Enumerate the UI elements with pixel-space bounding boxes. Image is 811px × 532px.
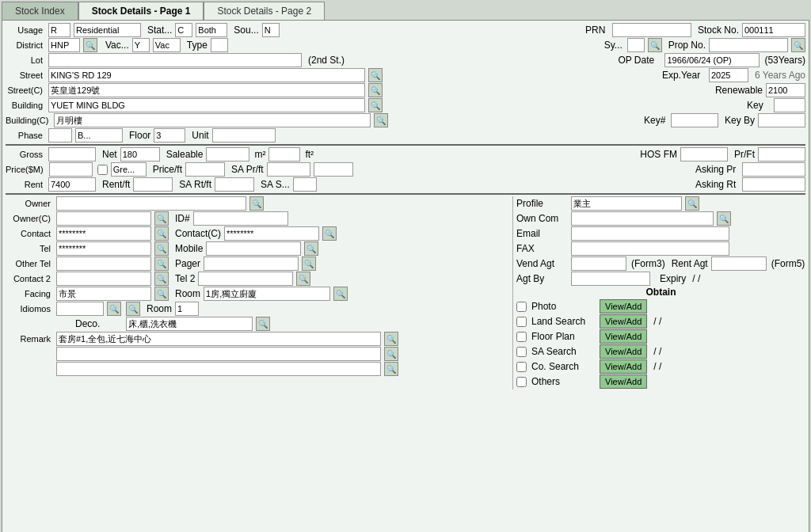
id-hash-input[interactable] xyxy=(193,211,288,226)
land-search-view-add-btn[interactable]: View/Add xyxy=(600,314,647,329)
others-view-add-btn[interactable]: View/Add xyxy=(600,374,647,389)
land-search-checkbox[interactable] xyxy=(516,317,527,327)
tel2-input[interactable] xyxy=(198,272,293,286)
street-search-btn[interactable]: 🔍 xyxy=(368,68,383,82)
building-c-search-btn[interactable]: 🔍 xyxy=(374,113,388,127)
owner-input[interactable] xyxy=(56,196,246,211)
contact-input[interactable] xyxy=(56,226,151,241)
remark2-search-btn[interactable]: 🔍 xyxy=(384,347,398,361)
hos-fm-input[interactable] xyxy=(680,147,728,162)
district-input[interactable] xyxy=(48,38,80,52)
idiomos-search2-btn[interactable]: 🔍 xyxy=(126,302,140,316)
email-input[interactable] xyxy=(571,226,729,241)
pager-search-btn[interactable]: 🔍 xyxy=(302,256,316,271)
stat-input[interactable] xyxy=(175,23,192,37)
co-search-view-add-btn[interactable]: View/Add xyxy=(600,359,647,374)
prop-no-input[interactable] xyxy=(709,38,788,52)
rent-ft-input[interactable] xyxy=(133,177,173,192)
photo-checkbox[interactable] xyxy=(516,302,527,312)
contact-c-input[interactable] xyxy=(224,226,319,241)
facing-search-btn[interactable]: 🔍 xyxy=(154,287,169,301)
phase-input[interactable] xyxy=(48,128,72,142)
building-c-input[interactable] xyxy=(54,113,371,127)
vac-code-input[interactable] xyxy=(132,38,150,52)
fax-input[interactable] xyxy=(571,241,729,256)
gre-checkbox[interactable] xyxy=(97,165,108,175)
floor-input[interactable] xyxy=(154,128,185,142)
pager-input[interactable] xyxy=(204,256,299,271)
tel-input[interactable] xyxy=(56,241,151,256)
op-date-input[interactable] xyxy=(664,53,760,67)
prop-no-search-btn[interactable]: 🔍 xyxy=(791,38,805,52)
own-com-input[interactable] xyxy=(571,211,714,226)
idiomos-input[interactable] xyxy=(56,302,104,316)
others-checkbox[interactable] xyxy=(516,377,527,387)
gre-input[interactable] xyxy=(111,162,147,177)
sa-search-checkbox[interactable] xyxy=(516,347,527,357)
room-input[interactable] xyxy=(204,287,330,301)
key-hash-input[interactable] xyxy=(671,113,718,127)
m2-input[interactable] xyxy=(268,147,300,162)
remark3-search-btn[interactable]: 🔍 xyxy=(384,362,398,376)
owner-c-search-btn[interactable]: 🔍 xyxy=(154,211,169,226)
remark-input[interactable] xyxy=(56,332,381,346)
deco-input[interactable] xyxy=(126,317,253,331)
vend-agt-input[interactable] xyxy=(571,256,626,271)
sa-rt-ft-input[interactable] xyxy=(215,177,254,192)
mobile-input[interactable] xyxy=(206,241,301,256)
remark3-input[interactable] xyxy=(56,362,381,376)
pr-ft-input[interactable] xyxy=(758,147,805,162)
building-search-btn[interactable]: 🔍 xyxy=(368,98,383,112)
both-input[interactable] xyxy=(196,23,227,37)
photo-view-add-btn[interactable]: View/Add xyxy=(600,299,647,314)
rent-input[interactable] xyxy=(48,177,96,192)
sa-s-input[interactable] xyxy=(293,177,317,192)
lot-input[interactable] xyxy=(48,53,302,67)
contact2-search-btn[interactable]: 🔍 xyxy=(154,272,169,286)
saleable-input[interactable] xyxy=(206,147,249,162)
tab-stock-details-2[interactable]: Stock Details - Page 2 xyxy=(204,2,325,20)
tab-stock-details-1[interactable]: Stock Details - Page 1 xyxy=(78,2,204,20)
floor-plan-view-add-btn[interactable]: View/Add xyxy=(600,329,647,344)
street-input[interactable] xyxy=(48,68,365,82)
co-search-checkbox[interactable] xyxy=(516,362,527,372)
remark2-input[interactable] xyxy=(56,347,381,361)
stock-no-input[interactable] xyxy=(742,23,805,37)
idiomos-search-btn[interactable]: 🔍 xyxy=(107,302,121,316)
agt-by-input[interactable] xyxy=(571,272,650,286)
room2-input[interactable] xyxy=(175,302,199,316)
room-search-btn[interactable]: 🔍 xyxy=(333,287,348,301)
phase-b-input[interactable] xyxy=(75,128,123,142)
profile-search-btn[interactable]: 🔍 xyxy=(685,196,699,211)
asking-rt-input[interactable] xyxy=(742,177,805,192)
vac-text-input[interactable] xyxy=(153,38,181,52)
asking-pr-input[interactable] xyxy=(742,162,805,177)
street-c-input[interactable] xyxy=(48,83,365,97)
own-com-search-btn[interactable]: 🔍 xyxy=(717,211,731,226)
tel2-search-btn[interactable]: 🔍 xyxy=(296,272,310,286)
type-input[interactable] xyxy=(211,38,228,52)
contact2-input[interactable] xyxy=(56,272,151,286)
facing-input[interactable] xyxy=(56,287,151,301)
floor-plan-checkbox[interactable] xyxy=(516,332,527,342)
sa-pr-ft-input[interactable] xyxy=(267,162,310,177)
price-ft-input[interactable] xyxy=(185,162,225,177)
rent-agt-input[interactable] xyxy=(711,256,767,271)
price-input[interactable] xyxy=(49,162,93,177)
net-input[interactable] xyxy=(120,147,160,162)
usage-code-input[interactable] xyxy=(48,23,70,37)
street-c-search-btn[interactable]: 🔍 xyxy=(368,83,383,97)
sa-pr-extra-input[interactable] xyxy=(314,162,353,177)
deco-search-btn[interactable]: 🔍 xyxy=(256,317,270,331)
key-input[interactable] xyxy=(774,98,805,112)
other-tel-input[interactable] xyxy=(56,256,151,271)
sy-search-btn[interactable]: 🔍 xyxy=(648,38,662,52)
owner-c-input[interactable] xyxy=(56,211,151,226)
exp-year-input[interactable] xyxy=(709,68,748,82)
other-tel-search-btn[interactable]: 🔍 xyxy=(154,256,169,271)
renewable-input[interactable] xyxy=(766,83,805,97)
owner-search-btn[interactable]: 🔍 xyxy=(249,196,264,211)
profile-input[interactable] xyxy=(571,196,682,211)
sou-input[interactable] xyxy=(262,23,280,37)
district-search-btn[interactable]: 🔍 xyxy=(83,38,97,52)
